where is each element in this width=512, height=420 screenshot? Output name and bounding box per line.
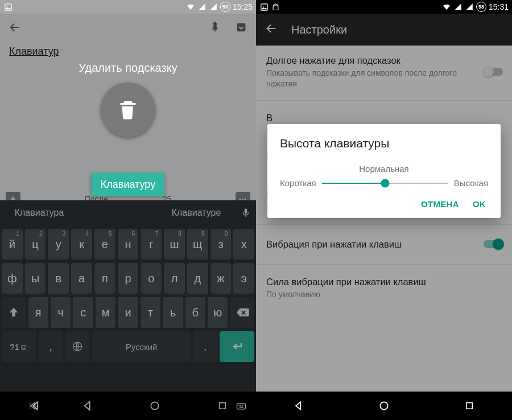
height-slider[interactable] [322, 183, 448, 184]
key-э[interactable]: э [233, 263, 254, 294]
suggestion-row: Клавиатура Клавиатуре [0, 200, 256, 225]
svg-rect-5 [220, 403, 226, 409]
nav-keyboard-switch-icon[interactable] [234, 399, 248, 413]
svg-rect-7 [238, 405, 240, 406]
period-key[interactable]: . [193, 331, 217, 362]
nav-back-icon[interactable] [27, 399, 40, 413]
svg-rect-13 [273, 6, 278, 10]
svg-point-4 [151, 402, 159, 409]
nav-back-icon[interactable] [292, 399, 305, 413]
svg-point-1 [6, 5, 7, 6]
key-т[interactable]: т [141, 297, 160, 328]
archive-icon[interactable] [234, 20, 248, 34]
backspace-key[interactable] [230, 297, 254, 328]
nav-home-icon[interactable] [148, 399, 162, 413]
mic-icon[interactable] [236, 208, 256, 218]
dragged-suggestion-chip[interactable]: Клавиатуру [92, 173, 164, 196]
enter-key[interactable] [220, 331, 254, 362]
svg-rect-6 [237, 403, 246, 409]
globe-key[interactable] [65, 331, 90, 362]
pin-icon[interactable] [208, 20, 222, 34]
slider-min-label: Короткая [280, 178, 316, 188]
svg-point-12 [262, 5, 263, 6]
key-к[interactable]: к4 [71, 229, 92, 260]
svg-rect-8 [240, 405, 241, 406]
key-ы[interactable]: ы [25, 263, 46, 294]
space-key[interactable]: Русский [92, 331, 191, 362]
key-н[interactable]: н6 [118, 229, 139, 260]
play-store-icon [271, 2, 280, 11]
key-ж[interactable]: ж [210, 263, 232, 294]
nav-recents-icon[interactable] [216, 399, 229, 413]
svg-point-14 [380, 402, 387, 409]
signal-icon [453, 2, 463, 11]
signal-icon [197, 2, 207, 11]
ok-button[interactable]: OK [473, 199, 486, 209]
key-л[interactable]: л [164, 263, 185, 294]
svg-rect-15 [466, 403, 473, 409]
key-я[interactable]: я [28, 297, 48, 328]
key-ф[interactable]: ф [2, 263, 23, 294]
symbols-key[interactable]: ?1☺ [2, 331, 36, 362]
key-щ[interactable]: щ9 [187, 229, 208, 260]
key-з[interactable]: з0 [210, 229, 232, 260]
key-б[interactable]: б [185, 297, 205, 328]
cancel-button[interactable]: ОТМЕНА [421, 199, 459, 209]
key-п[interactable]: п [94, 263, 115, 294]
slider-thumb[interactable] [381, 179, 389, 187]
key-о[interactable]: о [141, 263, 162, 294]
nav-home-icon[interactable] [377, 399, 391, 413]
keyboard: й1ц2у3к4е5н6г7ш8щ9з0х фывапролджэ ячсмит… [0, 225, 256, 392]
key-с[interactable]: с [73, 297, 93, 328]
signal-icon-2 [465, 2, 474, 11]
note-text-area[interactable]: Клавиатур [0, 41, 256, 62]
nav-back-icon[interactable] [81, 399, 94, 413]
key-ю[interactable]: ю [208, 297, 228, 328]
key-х[interactable]: х [233, 229, 254, 260]
key-г[interactable]: г7 [141, 229, 162, 260]
battery-icon: 58 [476, 2, 486, 12]
typed-text: Клавиатур [9, 46, 59, 57]
key-и[interactable]: и [118, 297, 138, 328]
nav-bar [0, 392, 256, 420]
svg-rect-9 [242, 405, 243, 406]
key-ь[interactable]: ь [163, 297, 183, 328]
key-в[interactable]: в [48, 263, 69, 294]
slider-value-label: Нормальная [280, 164, 488, 174]
wifi-icon [442, 2, 451, 11]
svg-rect-10 [240, 407, 243, 408]
key-row-2: фывапролджэ [2, 263, 254, 294]
trash-drop-target[interactable] [101, 83, 155, 137]
status-bar: 59 15:25 [0, 0, 256, 14]
shift-key[interactable] [2, 297, 26, 328]
nav-recents-icon[interactable] [463, 399, 476, 413]
nav-bar [256, 392, 512, 420]
status-bar: 58 15:31 [256, 0, 512, 14]
key-row-4: ?1☺ , Русский . [2, 331, 254, 362]
suggestion-left[interactable]: Клавиатура [0, 208, 79, 218]
key-а[interactable]: а [71, 263, 92, 294]
right-phone: 58 15:31 Настройки Долгое нажатие для по… [256, 0, 512, 420]
key-у[interactable]: у3 [48, 229, 69, 260]
gallery-icon [3, 2, 13, 11]
comma-key[interactable]: , [39, 331, 63, 362]
wifi-icon [186, 2, 195, 11]
key-ш[interactable]: ш8 [164, 229, 185, 260]
key-е[interactable]: е5 [94, 229, 115, 260]
key-ч[interactable]: ч [51, 297, 71, 328]
key-row-1: й1ц2у3к4е5н6г7ш8щ9з0х [2, 229, 254, 260]
key-д[interactable]: д [187, 263, 208, 294]
appbar [0, 14, 256, 41]
back-icon[interactable] [8, 20, 22, 34]
slider-max-label: Высокая [454, 178, 488, 188]
svg-rect-11 [261, 3, 267, 10]
delete-hint-label: Удалить подсказку [0, 61, 256, 75]
left-phone: 59 15:25 Клавиатур + После XXXXXXXXX 25 … [0, 0, 256, 420]
key-р[interactable]: р [118, 263, 139, 294]
key-м[interactable]: м [96, 297, 115, 328]
signal-icon-2 [209, 2, 218, 11]
key-й[interactable]: й1 [2, 229, 23, 260]
key-ц[interactable]: ц2 [25, 229, 46, 260]
suggestion-right[interactable]: Клавиатуре [157, 208, 236, 218]
svg-rect-0 [5, 3, 11, 10]
